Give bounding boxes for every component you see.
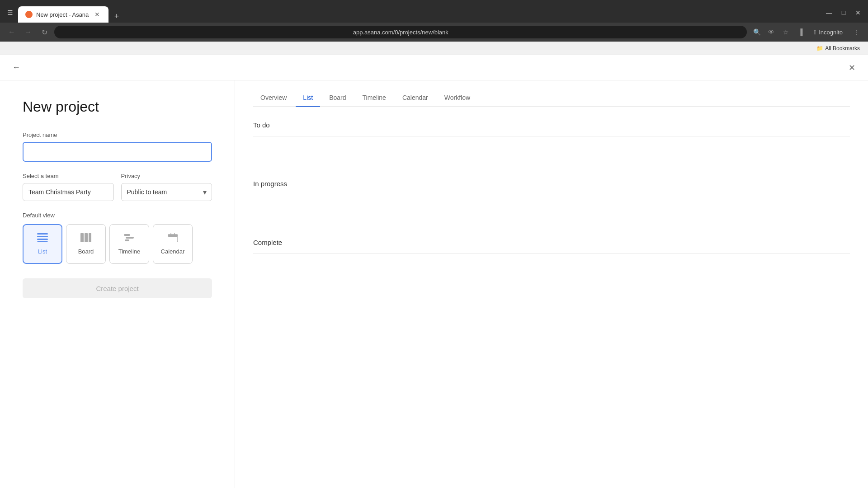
- team-select-group: Select a team Team Christmas Party: [23, 173, 114, 201]
- chrome-menu-btn[interactable]: ☰: [4, 6, 16, 19]
- bookmarks-bar: 📁 All Bookmarks: [0, 42, 868, 55]
- tab-workflow-label: Workflow: [444, 94, 470, 101]
- address-icons: 🔍 👁 ☆ ▐: [750, 26, 807, 38]
- section-todo-header: To do: [253, 114, 850, 136]
- view-option-board[interactable]: Board: [66, 224, 106, 264]
- address-bar-row: ← → ↻ 🔍 👁 ☆ ▐ 🉖 Incognito ⋮: [0, 23, 868, 42]
- back-nav-btn[interactable]: ←: [5, 26, 18, 38]
- browser-chrome: ☰ New project - Asana ✕ + — □ ✕: [0, 0, 868, 23]
- svg-rect-6: [85, 233, 88, 242]
- maximize-btn[interactable]: □: [837, 6, 850, 19]
- more-options-btn[interactable]: ⋮: [850, 26, 863, 38]
- tab-overview[interactable]: Overview: [253, 89, 294, 107]
- team-value: Team Christmas Party: [28, 188, 91, 196]
- calendar-view-icon: [168, 233, 178, 244]
- team-label: Select a team: [23, 173, 114, 179]
- page-content: ← ✕ New project Project name Select a te…: [0, 55, 868, 488]
- team-select[interactable]: Team Christmas Party: [23, 183, 114, 201]
- project-name-label: Project name: [23, 131, 212, 138]
- privacy-select[interactable]: Public to team Private Members only: [121, 183, 212, 201]
- forward-nav-btn[interactable]: →: [22, 26, 34, 38]
- page-header: ← ✕: [0, 55, 868, 80]
- tab-workflow[interactable]: Workflow: [437, 89, 477, 107]
- view-option-timeline[interactable]: Timeline: [109, 224, 149, 264]
- section-inprogress-header: In progress: [253, 173, 850, 195]
- search-icon[interactable]: 🔍: [750, 26, 763, 38]
- section-todo: To do: [253, 114, 850, 173]
- new-tab-btn[interactable]: +: [110, 10, 123, 23]
- tab-list[interactable]: List: [296, 89, 320, 107]
- timeline-view-icon: [124, 233, 135, 244]
- tab-list-label: List: [303, 94, 313, 101]
- svg-rect-3: [37, 239, 48, 240]
- bookmarks-label: All Bookmarks: [825, 45, 860, 52]
- tab-close-btn[interactable]: ✕: [93, 10, 101, 19]
- section-complete-header: Complete: [253, 231, 850, 254]
- all-bookmarks[interactable]: 📁 All Bookmarks: [814, 44, 863, 52]
- tab-overview-label: Overview: [260, 94, 287, 101]
- create-project-btn[interactable]: Create project: [23, 278, 212, 298]
- svg-rect-7: [89, 233, 91, 242]
- tab-favicon: [25, 11, 33, 18]
- view-options: List Board Timeline: [23, 224, 212, 264]
- tab-title: New project - Asana: [36, 11, 89, 18]
- list-view-label: List: [38, 248, 47, 255]
- browser-tab-active[interactable]: New project - Asana ✕: [18, 6, 108, 23]
- reload-btn[interactable]: ↻: [38, 26, 51, 38]
- board-view-icon: [80, 233, 91, 244]
- svg-rect-9: [126, 237, 134, 239]
- list-view-icon: [37, 233, 48, 244]
- section-complete: Complete: [253, 231, 850, 254]
- project-name-input[interactable]: [23, 142, 212, 162]
- svg-rect-1: [37, 233, 48, 235]
- view-option-list[interactable]: List: [23, 224, 62, 264]
- tab-board[interactable]: Board: [322, 89, 353, 107]
- team-privacy-row: Select a team Team Christmas Party Priva…: [23, 173, 212, 201]
- preview-tabs: Overview List Board Timeline Calendar Wo…: [253, 89, 850, 107]
- view-option-calendar[interactable]: Calendar: [153, 224, 193, 264]
- privacy-select-wrapper: Public to team Private Members only: [121, 183, 212, 201]
- svg-rect-5: [80, 233, 84, 242]
- tab-timeline-label: Timeline: [363, 94, 386, 101]
- calendar-view-label: Calendar: [161, 248, 185, 255]
- main-content: New project Project name Select a team T…: [0, 80, 868, 488]
- bookmarks-folder-icon: 📁: [816, 45, 823, 52]
- svg-rect-8: [124, 234, 130, 236]
- tab-timeline[interactable]: Timeline: [355, 89, 393, 107]
- split-view-icon[interactable]: ▐: [794, 26, 807, 38]
- section-inprogress-label: In progress: [253, 180, 287, 188]
- page-title: New project: [23, 99, 212, 115]
- svg-rect-2: [37, 236, 48, 237]
- tab-calendar[interactable]: Calendar: [395, 89, 435, 107]
- incognito-btn[interactable]: 🉖 Incognito: [810, 27, 846, 38]
- incognito-icon: 🉖: [814, 29, 816, 36]
- tab-board-label: Board: [329, 94, 346, 101]
- board-view-label: Board: [78, 248, 94, 255]
- back-button[interactable]: ←: [9, 61, 24, 75]
- default-view-label: Default view: [23, 212, 212, 219]
- section-todo-label: To do: [253, 121, 270, 129]
- incognito-label: Incognito: [819, 29, 843, 36]
- svg-point-0: [27, 12, 31, 17]
- privacy-label: Privacy: [121, 173, 212, 179]
- svg-rect-4: [37, 241, 48, 242]
- privacy-group: Privacy Public to team Private Members o…: [121, 173, 212, 201]
- left-panel: New project Project name Select a team T…: [0, 80, 235, 488]
- bookmark-star-icon[interactable]: ☆: [779, 26, 792, 38]
- timeline-view-label: Timeline: [118, 248, 141, 255]
- create-btn-label: Create project: [96, 285, 138, 292]
- url-bar[interactable]: [54, 26, 747, 38]
- tab-calendar-label: Calendar: [402, 94, 428, 101]
- svg-rect-12: [168, 235, 178, 237]
- section-inprogress: In progress: [253, 173, 850, 231]
- section-complete-label: Complete: [253, 239, 282, 246]
- svg-rect-10: [125, 239, 129, 241]
- right-panel: Overview List Board Timeline Calendar Wo…: [235, 80, 868, 488]
- reader-icon[interactable]: 👁: [765, 26, 778, 38]
- project-name-group: Project name: [23, 131, 212, 162]
- window-close-btn[interactable]: ✕: [852, 6, 864, 19]
- close-page-btn[interactable]: ✕: [844, 61, 859, 75]
- minimize-btn[interactable]: —: [823, 6, 835, 19]
